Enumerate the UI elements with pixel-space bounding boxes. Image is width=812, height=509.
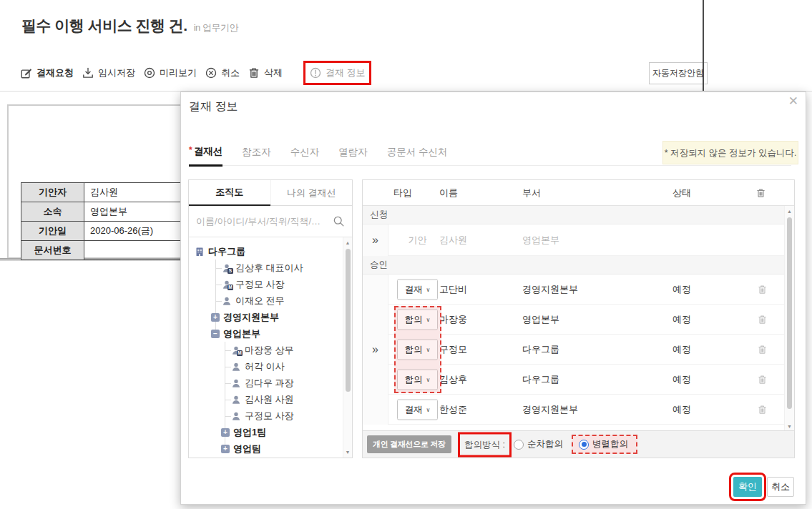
doc-info-label: 기안일	[21, 222, 84, 241]
add-to-line-chevron[interactable]: »	[363, 275, 388, 425]
tree-item-label: 마장웅 상무	[245, 344, 294, 357]
chevron-down-icon: ∨	[426, 376, 431, 382]
approval-row: 합의∨김상후다우그룹예정	[388, 365, 794, 395]
approval-footer: 개인 결재선으로 저장 합의방식 : 순차합의병렬합의	[363, 430, 794, 458]
row-trash-icon[interactable]	[757, 284, 768, 295]
approver-dept: 경영지원본부	[522, 403, 578, 416]
add-to-line-chevron[interactable]: »	[363, 224, 388, 256]
tree-tick	[225, 367, 231, 367]
tree-item[interactable]: +경영지원본부	[189, 309, 352, 325]
approval-request-button[interactable]: 결재요청	[20, 66, 74, 79]
org-tree-scrollbar[interactable]: ▲▼	[343, 237, 352, 458]
row-trash-icon[interactable]	[757, 344, 768, 355]
org-panel-tab[interactable]: 나의 결재선	[270, 180, 353, 205]
delete-button[interactable]: 삭제	[248, 66, 283, 79]
document-info-table: 기안자김사원소속영업본부기안일2020-06-26(금)문서번호	[21, 182, 181, 260]
radio-parallel-agreement[interactable]: 병렬합의	[579, 438, 628, 450]
tree-item[interactable]: 김다우 과장	[189, 375, 352, 391]
tree-item[interactable]: 이재오 전무	[189, 292, 352, 309]
close-icon[interactable]: ✕	[788, 94, 798, 109]
org-panel-tab[interactable]: 조직도	[189, 180, 270, 206]
approval-status: 예정	[672, 313, 691, 326]
tree-tick	[215, 268, 222, 269]
tree-item[interactable]: m구정모 사장	[189, 276, 352, 292]
person-icon: m	[231, 345, 241, 355]
search-input[interactable]	[196, 216, 333, 227]
scroll-thumb[interactable]	[346, 249, 351, 392]
doc-info-label: 기안자	[21, 183, 84, 202]
tree-item[interactable]: +영업팀	[189, 440, 352, 457]
approval-status: 예정	[672, 373, 691, 386]
approval-type-select[interactable]: 결재∨	[397, 279, 438, 300]
approval-info-button[interactable]: 결재 정보	[309, 66, 366, 79]
row-trash-icon[interactable]	[757, 374, 768, 385]
search-icon[interactable]	[333, 215, 345, 227]
tree-tick	[225, 416, 231, 417]
tree-item[interactable]: −영업본부	[189, 325, 352, 342]
tree-item-label: 구정모 사장	[235, 278, 285, 291]
info-icon	[309, 66, 322, 79]
doc-info-label: 소속	[21, 202, 84, 222]
approval-type-select[interactable]: 합의∨	[397, 309, 438, 330]
preview-button[interactable]: 미리보기	[143, 66, 197, 79]
tree-item[interactable]: +영업1팀	[189, 424, 352, 440]
page-title: 필수 이행 서비스 진행 건.in 업무기안	[21, 16, 238, 36]
approval-type-select[interactable]: 합의∨	[397, 339, 438, 360]
approver-name: 김사원	[439, 234, 467, 247]
autosave-toggle-button[interactable]: 자동저장안함	[649, 62, 708, 84]
tree-item-label: 경영지원본부	[223, 311, 279, 324]
approver-name: 김상후	[439, 373, 467, 386]
doc-info-value: 영업본부	[84, 202, 181, 222]
modal-tab[interactable]: 공문서 수신처	[387, 146, 448, 165]
person-icon	[231, 378, 241, 388]
scroll-up-icon[interactable]: ▲	[343, 240, 352, 245]
temp-save-button[interactable]: 임시저장	[82, 66, 135, 79]
tree-item[interactable]: 김사원 사원	[189, 391, 352, 407]
radio-icon[interactable]	[579, 440, 589, 450]
window-edge-line	[703, 0, 704, 91]
tree-item-label: 영업본부	[223, 327, 260, 340]
approver-name: 고단비	[439, 283, 467, 296]
unsaved-notice: * 저장되지 않은 정보가 있습니다.	[662, 141, 798, 164]
tree-item[interactable]: m마장웅 상무	[189, 342, 352, 358]
scroll-thumb[interactable]	[787, 217, 792, 409]
scroll-down-icon[interactable]: ▼	[343, 450, 352, 455]
cancel-icon	[205, 66, 217, 79]
tree-item[interactable]: 다우그룹	[189, 243, 352, 260]
radio-icon[interactable]	[514, 440, 524, 450]
doc-info-row: 기안자김사원	[21, 183, 181, 202]
approval-type-select[interactable]: 결재∨	[397, 399, 438, 420]
delete-all-trash-icon[interactable]	[755, 187, 766, 198]
approval-type-select[interactable]: 합의∨	[397, 369, 438, 390]
tree-item-label: 다우그룹	[208, 245, 245, 258]
row-trash-icon[interactable]	[757, 404, 768, 415]
modal-tab[interactable]: 수신자	[290, 146, 320, 165]
tree-item[interactable]: 구정모 사장	[189, 407, 352, 424]
column-header: 타입	[393, 187, 412, 199]
scroll-down-icon[interactable]: ▼	[785, 424, 794, 429]
toolbar-button-label: 취소	[221, 66, 240, 79]
approval-status: 예정	[672, 283, 691, 296]
select-value: 결재	[405, 283, 423, 295]
approval-row: 결재∨고단비경영지원본부예정	[388, 275, 794, 305]
approval-table-scrollbar[interactable]: ▲▼	[784, 206, 794, 432]
chevron-down-icon: ∨	[426, 316, 431, 322]
row-trash-icon[interactable]	[757, 314, 768, 325]
approver-name: 마장웅	[439, 313, 467, 326]
cancel-button[interactable]: 취소	[767, 477, 794, 497]
tree-item[interactable]: 허각 이사	[189, 358, 352, 375]
tree-item-label: 영업팀	[233, 443, 261, 455]
save-personal-line-button[interactable]: 개인 결재선으로 저장	[367, 435, 451, 453]
document-title: 필수 이행 서비스 진행 건.	[21, 17, 187, 34]
confirm-button[interactable]: 확인	[733, 477, 762, 497]
tree-item[interactable]: s김상후 대표이사	[189, 260, 352, 276]
scroll-up-icon[interactable]: ▲	[785, 209, 794, 214]
radio-sequential-agreement[interactable]: 순차합의	[514, 438, 563, 450]
tree-item-label: 김사원 사원	[245, 393, 294, 406]
cancel-button[interactable]: 취소	[205, 66, 240, 79]
modal-tab[interactable]: *결재선	[189, 145, 222, 167]
rank-badge: m	[228, 285, 233, 290]
doc-info-value: 김사원	[84, 183, 181, 202]
modal-tab[interactable]: 열람자	[338, 146, 368, 165]
modal-tab[interactable]: 참조자	[242, 146, 271, 165]
